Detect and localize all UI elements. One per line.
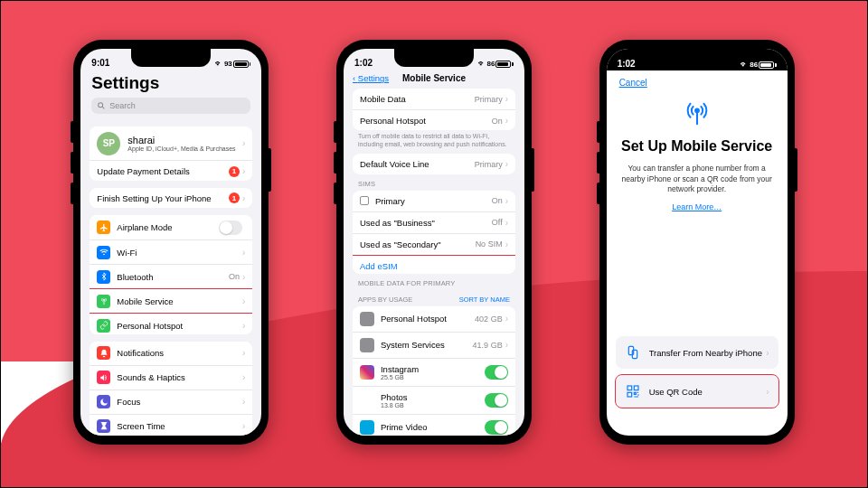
status-time: 9:01: [91, 58, 109, 68]
toggle[interactable]: [219, 221, 242, 235]
option-qr[interactable]: Use QR Code›: [616, 375, 778, 408]
bell-icon: [97, 346, 110, 360]
back-button[interactable]: ‹ Settings: [353, 73, 389, 83]
wifi-icon: ᯤ: [215, 60, 222, 68]
row-notifications[interactable]: Notifications›: [90, 342, 252, 365]
setup-title: Set Up Mobile Service: [621, 138, 772, 155]
cancel-button[interactable]: Cancel: [619, 78, 647, 88]
sort-button[interactable]: SORT BY NAME: [459, 296, 510, 304]
antenna-icon: [684, 100, 711, 129]
row-airplane-mode[interactable]: Airplane Mode: [90, 215, 252, 239]
row-photos[interactable]: Photos13.8 GB: [353, 386, 515, 414]
row-prime-video[interactable]: Prime Video: [353, 414, 515, 436]
antenna-icon: [97, 295, 110, 308]
transfer-icon: [625, 344, 641, 361]
row-personal-hotspot[interactable]: Personal HotspotOn›: [353, 109, 515, 130]
battery-icon: 93: [224, 60, 250, 68]
alert-payment[interactable]: Update Payment Details 1 ›: [90, 160, 252, 180]
wifi-icon: [97, 246, 110, 259]
search-input[interactable]: Search: [91, 98, 250, 114]
notifications-section: Notifications›Sounds & Haptics›Focus›Scr…: [90, 342, 252, 436]
svg-point-0: [99, 103, 103, 108]
svg-rect-5: [627, 386, 632, 390]
add-esim-button[interactable]: Add eSIM: [353, 255, 515, 274]
alert-setup[interactable]: Finish Setting Up Your iPhone 1 ›: [90, 188, 252, 208]
learn-more-link[interactable]: Learn More…: [672, 202, 722, 211]
row-used-as-secondary-[interactable]: Used as "Secondary"No SIM›: [353, 233, 515, 255]
qr-icon: [625, 383, 641, 399]
account-row[interactable]: SP sharai Apple ID, iCloud+, Media & Pur…: [90, 127, 252, 160]
phone-settings: 9:01 ᯤ 93 Settings Search SP sharai Appl…: [73, 40, 269, 445]
row-wi-fi[interactable]: Wi-Fi›: [90, 239, 252, 264]
phone-mobile-service: 1:02 ᯤ 86 ‹ Settings Mobile Service Mobi…: [336, 40, 532, 445]
avatar: SP: [97, 132, 120, 155]
toggle[interactable]: [485, 420, 508, 435]
moon-icon: [97, 395, 110, 408]
row-personal-hotspot[interactable]: Personal Hotspot402 GB›: [353, 306, 515, 332]
row-bluetooth[interactable]: BluetoothOn›: [90, 264, 252, 288]
row-default-voice[interactable]: Default Voice Line Primary›: [353, 154, 515, 174]
row-screen-time[interactable]: Screen Time›: [90, 414, 252, 436]
row-focus[interactable]: Focus›: [90, 389, 252, 414]
row-primary[interactable]: PrimaryOn›: [353, 191, 515, 211]
row-used-as-business-[interactable]: Used as "Business"Off›: [353, 211, 515, 233]
nav-bar: ‹ Settings Mobile Service: [344, 70, 524, 89]
airplane-icon: [97, 221, 110, 234]
page-title: Settings: [91, 73, 250, 93]
option-transfer[interactable]: Transfer From Nearby iPhone›: [616, 336, 778, 369]
svg-rect-6: [634, 386, 638, 390]
toggle[interactable]: [485, 393, 508, 408]
row-mobile-service[interactable]: Mobile Service›: [90, 288, 252, 313]
phone-setup-esim: 1:02 ᯤ 86 Cancel Set Up Mobile Service Y…: [599, 40, 795, 445]
connectivity-section: Airplane ModeWi-Fi›BluetoothOn›Mobile Se…: [90, 215, 252, 334]
svg-point-1: [103, 299, 104, 300]
hourglass-icon: [97, 419, 110, 433]
svg-rect-7: [627, 392, 632, 397]
row-personal-hotspot[interactable]: Personal Hotspot›: [90, 313, 252, 334]
row-mobile-data[interactable]: Mobile DataPrimary›: [353, 89, 515, 109]
account-section: SP sharai Apple ID, iCloud+, Media & Pur…: [90, 127, 252, 180]
row-instagram[interactable]: Instagram25.5 GB: [353, 358, 515, 386]
setup-desc: You can transfer a phone number from a n…: [621, 164, 773, 194]
row-system-services[interactable]: System Services41.9 GB›: [353, 332, 515, 358]
link-icon: [97, 319, 110, 333]
bluetooth-icon: [97, 270, 110, 284]
row-sounds-haptics[interactable]: Sounds & Haptics›: [90, 365, 252, 389]
speaker-icon: [97, 371, 110, 384]
badge: 1: [229, 166, 240, 177]
toggle[interactable]: [485, 365, 508, 380]
chevron-right-icon: ›: [242, 138, 245, 148]
svg-point-2: [695, 108, 699, 112]
footnote: Turn off mobile data to restrict all dat…: [344, 130, 524, 149]
sims-header: SIMs: [344, 174, 524, 191]
